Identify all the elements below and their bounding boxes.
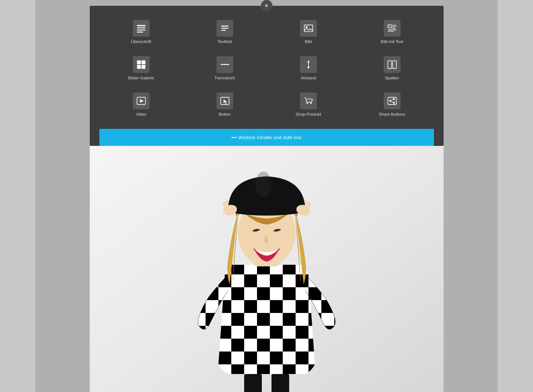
svg-point-8 xyxy=(306,26,308,28)
abstand-icon xyxy=(300,56,317,73)
svg-rect-24 xyxy=(388,61,391,68)
svg-rect-2 xyxy=(137,30,145,31)
svg-rect-5 xyxy=(221,28,228,29)
photo-area xyxy=(90,146,444,392)
more-content-button[interactable]: ••• Weitere Inhalte und Add-ons xyxy=(99,129,434,146)
textfeld-label: Textfeld xyxy=(217,39,232,44)
grid-item-shop-produkt[interactable]: Shop-Produkt xyxy=(267,88,350,121)
grid-item-textfeld[interactable]: Textfeld xyxy=(183,15,267,49)
svg-point-33 xyxy=(389,100,391,102)
svg-rect-6 xyxy=(221,30,226,31)
main-content: × Überschrift xyxy=(35,0,498,392)
close-icon: × xyxy=(265,3,268,8)
video-label: Video xyxy=(136,112,146,117)
close-btn-wrapper: × xyxy=(90,0,444,6)
grid-item-bild-mit-text[interactable]: Bild mit Text xyxy=(350,15,434,49)
ueberschrift-icon xyxy=(133,20,150,37)
shop-produkt-icon xyxy=(300,93,317,109)
svg-rect-16 xyxy=(137,60,141,64)
svg-line-36 xyxy=(391,102,393,102)
svg-line-35 xyxy=(391,99,393,100)
svg-marker-23 xyxy=(307,67,310,69)
svg-point-30 xyxy=(310,102,312,104)
video-icon xyxy=(133,93,150,109)
abstand-label: Abstand xyxy=(301,76,316,80)
svg-rect-11 xyxy=(392,25,396,26)
grid-item-ueberschrift[interactable]: Überschrift xyxy=(99,15,183,49)
close-button[interactable]: × xyxy=(261,0,272,12)
spalten-label: Spalten xyxy=(385,76,399,80)
svg-point-29 xyxy=(306,102,308,104)
svg-rect-12 xyxy=(392,26,396,27)
photo-placeholder xyxy=(90,146,444,392)
bilder-galerie-label: Bilder-Galerie xyxy=(128,76,154,80)
svg-marker-22 xyxy=(307,60,310,63)
svg-point-34 xyxy=(393,102,395,104)
svg-rect-25 xyxy=(392,61,396,68)
bild-mit-text-label: Bild mit Text xyxy=(381,39,403,44)
shop-produkt-label: Shop-Produkt xyxy=(296,112,321,117)
grid-item-video[interactable]: Video xyxy=(99,88,183,121)
svg-rect-48 xyxy=(244,374,262,392)
bild-icon xyxy=(300,20,317,37)
svg-rect-1 xyxy=(137,27,145,28)
grid-item-trennstrich[interactable]: Trennstrich xyxy=(183,52,267,85)
textfeld-icon xyxy=(216,20,233,37)
page-wrapper: × Überschrift xyxy=(0,0,533,392)
svg-rect-14 xyxy=(388,30,396,30)
svg-rect-18 xyxy=(137,65,141,69)
svg-rect-49 xyxy=(271,374,289,392)
grid-item-bild[interactable]: Bild xyxy=(267,15,350,49)
svg-rect-4 xyxy=(221,26,228,27)
svg-rect-31 xyxy=(388,97,396,105)
svg-point-32 xyxy=(393,98,395,100)
bilder-galerie-icon xyxy=(133,56,150,73)
grid-item-spalten[interactable]: Spalten xyxy=(350,52,434,85)
trennstrich-icon xyxy=(216,56,233,73)
model-svg xyxy=(90,146,444,392)
svg-rect-15 xyxy=(388,31,394,31)
svg-rect-3 xyxy=(137,31,143,32)
button-label: Button xyxy=(219,112,231,117)
side-panel-right xyxy=(498,0,533,392)
grid-item-bilder-galerie[interactable]: Bilder-Galerie xyxy=(99,52,183,85)
svg-rect-13 xyxy=(392,28,395,29)
grid-item-abstand[interactable]: Abstand xyxy=(267,52,350,85)
svg-point-45 xyxy=(255,172,271,197)
items-grid: Überschrift Textfeld xyxy=(99,12,434,128)
svg-rect-7 xyxy=(304,25,312,32)
bild-label: Bild xyxy=(305,39,312,44)
panel: Überschrift Textfeld xyxy=(90,6,444,146)
ueberschrift-label: Überschrift xyxy=(131,39,151,44)
svg-rect-17 xyxy=(141,60,145,64)
button-icon xyxy=(216,93,233,109)
trennstrich-label: Trennstrich xyxy=(214,76,235,80)
spalten-icon xyxy=(384,56,400,73)
bild-mit-text-icon xyxy=(384,20,400,37)
svg-rect-20 xyxy=(220,64,229,65)
modal-container: × Überschrift xyxy=(90,0,444,392)
side-panel-left xyxy=(0,0,35,392)
svg-marker-27 xyxy=(140,99,143,102)
share-buttons-label: Share Buttons xyxy=(379,112,405,117)
grid-item-button[interactable]: Button xyxy=(183,88,267,121)
svg-rect-0 xyxy=(137,25,145,26)
grid-item-share-buttons[interactable]: Share Buttons xyxy=(350,88,434,121)
share-buttons-icon xyxy=(384,93,400,109)
svg-rect-19 xyxy=(141,65,145,69)
